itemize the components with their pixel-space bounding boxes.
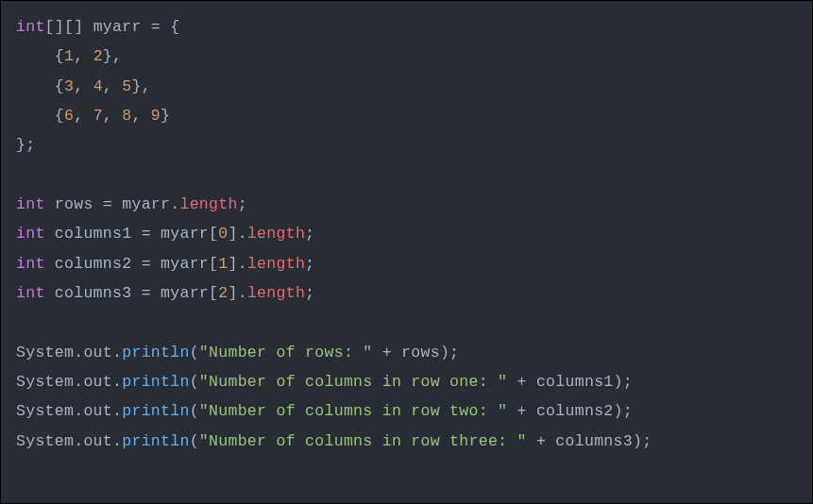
space [45, 255, 55, 273]
comma: , [74, 77, 93, 95]
code-line: System.out.println("Number of columns in… [16, 427, 797, 456]
string-literal: "Number of rows: " [199, 344, 373, 361]
property-length: length [247, 284, 305, 302]
plus: + [373, 344, 402, 361]
blank-line [16, 308, 797, 337]
number-literal: 3 [64, 77, 74, 95]
comma: , [131, 107, 150, 125]
index-literal: 0 [218, 225, 228, 243]
brace: { [16, 47, 64, 65]
dot: . [112, 373, 122, 391]
brace-close: }, [103, 47, 122, 65]
class-system: System [16, 373, 74, 391]
index-literal: 1 [218, 255, 228, 273]
code-editor[interactable]: int[][] myarr = { {1, 2}, {3, 4, 5}, {6,… [16, 12, 797, 456]
identifier-myarr: myarr [122, 195, 170, 213]
brace-close: }, [131, 77, 150, 95]
string-literal: "Number of columns in row two: " [199, 402, 507, 420]
paren-close: ); [614, 373, 633, 391]
equals: = [142, 255, 161, 273]
method-println: println [122, 432, 189, 450]
dot: . [112, 344, 122, 361]
identifier-myarr: myarr[ [161, 284, 218, 302]
code-line: System.out.println("Number of columns in… [16, 396, 797, 426]
brace-open: { [170, 18, 179, 36]
dot: . [238, 225, 247, 243]
number-literal: 8 [122, 107, 131, 125]
method-println: println [122, 344, 189, 361]
identifier-columns2: columns2 [536, 402, 614, 420]
equals: = [142, 284, 161, 302]
brace: { [16, 77, 64, 95]
number-literal: 4 [93, 77, 103, 95]
plus: + [507, 373, 536, 391]
paren-open: ( [190, 344, 199, 361]
identifier-myarr: myarr[ [161, 225, 218, 243]
code-line: int columns2 = myarr[1].length; [16, 249, 797, 278]
number-literal: 2 [93, 47, 103, 65]
code-line: {6, 7, 8, 9} [16, 101, 797, 130]
identifier-myarr: myarr[ [161, 255, 218, 273]
number-literal: 1 [64, 47, 74, 65]
property-length: length [247, 225, 305, 243]
equals: = [103, 195, 122, 213]
field-out: out [83, 432, 112, 450]
class-system: System [16, 402, 74, 420]
dot: . [74, 432, 83, 450]
semicolon: ; [238, 195, 247, 213]
space [45, 284, 55, 302]
number-literal: 5 [122, 77, 131, 95]
space [45, 225, 55, 243]
bracket-close: ] [228, 225, 237, 243]
paren-open: ( [190, 432, 199, 450]
semicolon: ; [305, 225, 314, 243]
equals: = [142, 225, 161, 243]
plus: + [527, 432, 556, 450]
keyword-int: int [16, 284, 45, 302]
field-out: out [83, 373, 112, 391]
identifier-columns3: columns3 [55, 284, 142, 302]
property-length: length [247, 255, 305, 273]
identifier-rows: rows [401, 344, 440, 361]
keyword-int: int [16, 255, 45, 273]
dot: . [112, 432, 122, 450]
dot: . [74, 373, 83, 391]
string-literal: "Number of columns in row one: " [199, 373, 507, 391]
space [45, 195, 55, 213]
code-line: {1, 2}, [16, 42, 797, 71]
comma: , [103, 77, 122, 95]
semicolon: ; [305, 284, 314, 302]
property-length: length [179, 195, 237, 213]
identifier-columns3: columns3 [555, 432, 633, 450]
field-out: out [83, 344, 112, 361]
index-literal: 2 [218, 284, 228, 302]
identifier-columns1: columns1 [55, 225, 142, 243]
comma: , [74, 107, 93, 125]
brace-close: }; [16, 136, 35, 154]
paren-close: ); [633, 432, 652, 450]
number-literal: 6 [64, 107, 74, 125]
string-literal: "Number of columns in row three: " [199, 432, 527, 450]
code-line: int rows = myarr.length; [16, 190, 797, 219]
class-system: System [16, 344, 74, 361]
equals: = [151, 18, 170, 36]
class-system: System [16, 432, 74, 450]
code-line: int[][] myarr = { [16, 12, 797, 42]
code-line: }; [16, 130, 797, 160]
dot: . [170, 195, 179, 213]
identifier-columns1: columns1 [536, 373, 614, 391]
keyword-int: int [16, 195, 45, 213]
brackets: [][] [45, 18, 93, 36]
method-println: println [122, 373, 189, 391]
code-line: System.out.println("Number of rows: " + … [16, 338, 797, 367]
field-out: out [83, 402, 112, 420]
brace: { [16, 107, 64, 125]
code-line: {3, 4, 5}, [16, 72, 797, 101]
method-println: println [122, 402, 189, 420]
keyword-int: int [16, 18, 45, 36]
code-line: int columns1 = myarr[0].length; [16, 219, 797, 248]
dot: . [74, 344, 83, 361]
dot: . [238, 284, 247, 302]
number-literal: 7 [93, 107, 103, 125]
code-line: System.out.println("Number of columns in… [16, 367, 797, 396]
